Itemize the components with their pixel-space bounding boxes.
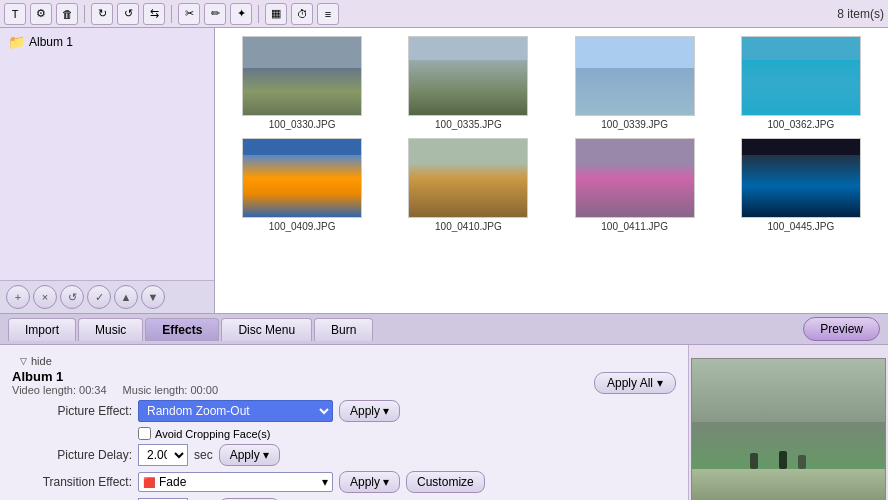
sidebar: 📁 Album 1 + × ↺ ✓ ▲ ▼ [0,28,215,313]
photo-item-5[interactable]: 100_0410.JPG [389,138,547,232]
transition-effect-icon: 🟥 [143,477,155,488]
avoid-crop-checkbox[interactable] [138,427,151,440]
add-btn[interactable]: + [6,285,30,309]
bottom-panel: ▽ hide Album 1 Video length: 00:34 Music… [0,345,888,500]
photo-thumb-6 [575,138,695,218]
separator-3 [258,5,259,23]
photo-item-7[interactable]: 100_0445.JPG [722,138,880,232]
transition-effect-apply-dropdown-icon: ▾ [383,475,389,489]
customize-button[interactable]: Customize [406,471,485,493]
picture-effect-apply-dropdown-icon: ▾ [383,404,389,418]
photo-thumb-0 [242,36,362,116]
photo-label-5: 100_0410.JPG [435,221,502,232]
sidebar-item-album1[interactable]: 📁 Album 1 [4,32,210,52]
rotate-ccw-btn[interactable]: ↺ [117,3,139,25]
picture-effect-apply-label: Apply [350,404,380,418]
move-up-btn[interactable]: ▲ [114,285,138,309]
picture-effect-select[interactable]: Random Zoom-Out [138,400,333,422]
photo-thumb-2 [575,36,695,116]
hide-tab[interactable]: ▽ hide [12,353,676,369]
transition-effect-select[interactable]: 🟥 Fade ▾ [138,472,333,492]
item-count: 8 item(s) [837,7,884,21]
picture-delay-row: Picture Delay: 2.00 sec Apply ▾ [12,444,676,466]
photo-label-2: 100_0339.JPG [601,119,668,130]
photo-label-4: 100_0409.JPG [269,221,336,232]
photo-label-3: 100_0362.JPG [768,119,835,130]
bottom-left: ▽ hide Album 1 Video length: 00:34 Music… [0,345,688,500]
transition-effect-apply-button[interactable]: Apply ▾ [339,471,400,493]
photo-item-2[interactable]: 100_0339.JPG [556,36,714,130]
photo-label-7: 100_0445.JPG [768,221,835,232]
photo-item-3[interactable]: 100_0362.JPG [722,36,880,130]
delete-btn[interactable]: 🗑 [56,3,78,25]
photo-thumb-1 [408,36,528,116]
edit-btn[interactable]: ✏ [204,3,226,25]
tab-effects[interactable]: Effects [145,318,219,341]
crop-btn[interactable]: ✂ [178,3,200,25]
transition-effect-value: Fade [159,475,186,489]
photo-item-6[interactable]: 100_0411.JPG [556,138,714,232]
tab-burn[interactable]: Burn [314,318,373,341]
album-title: Album 1 Video length: 00:34 Music length… [12,369,218,396]
music-length: Music length: 00:00 [123,384,218,396]
picture-delay-select[interactable]: 2.00 [138,444,188,466]
apply-all-button[interactable]: Apply All ▾ [594,372,676,394]
picture-effect-apply-button[interactable]: Apply ▾ [339,400,400,422]
preview-panel [688,345,888,500]
toolbar: T ⚙ 🗑 ↻ ↺ ⇆ ✂ ✏ ✦ ▦ ⏱ ≡ 8 item(s) [0,0,888,28]
confirm-btn[interactable]: ✓ [87,285,111,309]
move-down-btn[interactable]: ▼ [141,285,165,309]
apply-all-dropdown-icon: ▾ [657,376,663,390]
tab-music[interactable]: Music [78,318,143,341]
picture-delay-apply-label: Apply [230,448,260,462]
picture-delay-apply-button[interactable]: Apply ▾ [219,444,280,466]
photo-thumb-7 [741,138,861,218]
album-name: Album 1 [12,369,218,384]
hide-label: hide [31,355,52,367]
grid-btn[interactable]: ▦ [265,3,287,25]
main-area: 📁 Album 1 + × ↺ ✓ ▲ ▼ 100_0330.JPG 100_0… [0,28,888,313]
transition-effect-dropdown-icon: ▾ [322,475,328,489]
transition-effect-label: Transition Effect: [12,475,132,489]
tab-import[interactable]: Import [8,318,76,341]
sidebar-album-label: Album 1 [29,35,73,49]
picture-effect-label: Picture Effect: [12,404,132,418]
clock-btn[interactable]: ⏱ [291,3,313,25]
apply-all-label: Apply All [607,376,653,390]
avoid-crop-row: Avoid Cropping Face(s) [138,427,676,440]
sidebar-content: 📁 Album 1 [0,28,214,280]
triangle-icon: ▽ [20,356,27,366]
picture-effect-row: Picture Effect: Random Zoom-Out Apply ▾ [12,400,676,422]
photo-label-0: 100_0330.JPG [269,119,336,130]
photo-thumb-4 [242,138,362,218]
photo-label-1: 100_0335.JPG [435,119,502,130]
photo-grid: 100_0330.JPG 100_0335.JPG 100_0339.JPG 1… [215,28,888,313]
separator-2 [171,5,172,23]
photo-thumb-5 [408,138,528,218]
sidebar-footer: + × ↺ ✓ ▲ ▼ [0,280,214,313]
preview-image [691,358,886,501]
photo-item-1[interactable]: 100_0335.JPG [389,36,547,130]
picture-delay-apply-dropdown-icon: ▾ [263,448,269,462]
text-btn[interactable]: T [4,3,26,25]
avoid-crop-label: Avoid Cropping Face(s) [155,428,270,440]
rotate-cw-btn[interactable]: ↻ [91,3,113,25]
list-btn[interactable]: ≡ [317,3,339,25]
folder-icon: 📁 [8,34,25,50]
picture-delay-unit: sec [194,448,213,462]
star-btn[interactable]: ✦ [230,3,252,25]
tab-bar: Import Music Effects Disc Menu Burn Prev… [0,313,888,345]
remove-btn[interactable]: × [33,285,57,309]
video-length: Video length: 00:34 [12,384,107,396]
tab-disc-menu[interactable]: Disc Menu [221,318,312,341]
transition-effect-row: Transition Effect: 🟥 Fade ▾ Apply ▾ Cust… [12,471,676,493]
separator-1 [84,5,85,23]
flip-btn[interactable]: ⇆ [143,3,165,25]
photo-item-4[interactable]: 100_0409.JPG [223,138,381,232]
refresh-btn[interactable]: ↺ [60,285,84,309]
photo-item-0[interactable]: 100_0330.JPG [223,36,381,130]
picture-delay-label: Picture Delay: [12,448,132,462]
transition-effect-apply-label: Apply [350,475,380,489]
preview-button[interactable]: Preview [803,317,880,341]
settings-btn[interactable]: ⚙ [30,3,52,25]
